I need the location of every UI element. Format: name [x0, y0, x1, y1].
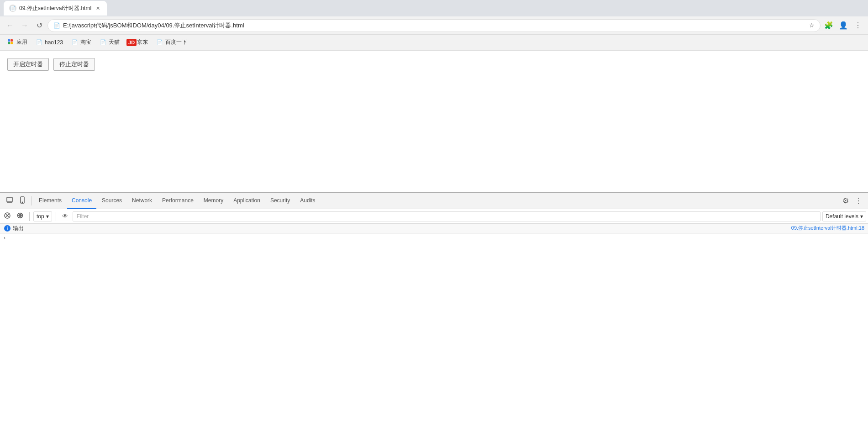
navigation-bar: ← → ↺ 📄 E:/javascript代码/jsBOM和DOM/day04/… [0, 16, 868, 35]
eye-icon: 👁 [62, 213, 68, 220]
tab-bar: 📄 09.停止setInterval计时器.html ✕ [0, 0, 868, 16]
forward-button[interactable]: → [18, 19, 31, 32]
svg-rect-1 [11, 39, 13, 42]
bookmark-jd[interactable]: JD 京东 [124, 37, 152, 48]
nav-right-buttons: 🧩 👤 ⋮ [822, 19, 864, 32]
inspect-icon [6, 196, 13, 205]
chevron-down-icon: ▾ [46, 213, 49, 220]
level-value: Default levels [826, 213, 858, 220]
profile-icon: 👤 [839, 21, 848, 30]
devtools-more-icon: ⋮ [855, 196, 862, 205]
console-toolbar-divider2 [56, 212, 56, 221]
tab-memory[interactable]: Memory [199, 193, 228, 209]
svg-rect-3 [11, 42, 13, 44]
bookmark-star-icon: ☆ [809, 22, 815, 29]
console-toolbar: top ▾ 👁 Default levels ▾ [0, 209, 868, 224]
tab-sources[interactable]: Sources [97, 193, 126, 209]
tmall-icon: 📄 [100, 39, 107, 46]
baidu-icon: 📄 [156, 39, 163, 46]
bookmark-apps-label: 应用 [16, 38, 27, 46]
tab-close-button[interactable]: ✕ [94, 5, 101, 12]
address-file-icon: 📄 [53, 22, 60, 29]
bookmark-jd-label: 京东 [137, 38, 148, 46]
hao123-icon: 📄 [36, 39, 43, 46]
console-toolbar-divider [29, 212, 30, 221]
apps-grid-icon [7, 39, 15, 46]
tab-performance[interactable]: Performance [158, 193, 198, 209]
settings-icon: ⚙ [842, 196, 849, 205]
tab-audits[interactable]: Audits [295, 193, 320, 209]
tab-network[interactable]: Network [127, 193, 157, 209]
tab-elements[interactable]: Elements [34, 193, 66, 209]
console-filter-button[interactable] [15, 211, 26, 222]
bookmark-hao123[interactable]: 📄 hao123 [32, 37, 67, 48]
extensions-button[interactable]: 🧩 [822, 19, 835, 32]
svg-rect-4 [7, 197, 12, 202]
jd-icon: JD [128, 39, 135, 46]
taobao-icon: 📄 [71, 39, 79, 46]
console-eye-button[interactable]: 👁 [60, 211, 71, 222]
tab-console[interactable]: Console [67, 193, 96, 209]
prompt-arrow-icon: › [4, 235, 5, 241]
bookmark-baidu-label: 百度一下 [165, 38, 187, 46]
back-icon: ← [6, 21, 14, 30]
context-selector[interactable]: top ▾ [33, 211, 52, 221]
forward-icon: → [21, 21, 28, 30]
reload-button[interactable]: ↺ [33, 19, 46, 32]
context-value: top [37, 213, 44, 220]
tab-security[interactable]: Security [266, 193, 295, 209]
devtools-inspect-button[interactable] [4, 195, 16, 207]
bookmark-hao123-label: hao123 [45, 39, 63, 46]
console-clear-button[interactable] [2, 211, 13, 222]
devtools-divider [31, 196, 32, 205]
address-text: E:/javascript代码/jsBOM和DOM/day04/09.停止set… [63, 21, 806, 30]
profile-button[interactable]: 👤 [837, 19, 850, 32]
info-log-icon: i [4, 225, 11, 232]
device-icon [19, 196, 26, 205]
bookmark-apps[interactable]: 应用 [4, 37, 31, 48]
tab-favicon: 📄 [9, 5, 16, 12]
tab-title: 09.停止setInterval计时器.html [19, 5, 91, 12]
log-source-link[interactable]: 09.停止setInterval计时器.html:18 [791, 225, 864, 232]
clear-icon [4, 212, 11, 220]
level-selector[interactable]: Default levels ▾ [822, 211, 866, 221]
bookmarks-bar: 应用 📄 hao123 📄 淘宝 📄 天猫 JD 京东 📄 百度一下 [0, 35, 868, 50]
svg-rect-0 [8, 39, 10, 42]
start-timer-button[interactable]: 开启定时器 [7, 58, 49, 71]
devtools-more-button[interactable]: ⋮ [852, 195, 864, 207]
devtools-settings-button[interactable]: ⚙ [840, 195, 852, 207]
bookmark-tmall-label: 天猫 [109, 38, 120, 46]
more-menu-button[interactable]: ⋮ [852, 19, 864, 32]
console-log-row: i 输出 09.停止setInterval计时器.html:18 [0, 224, 868, 234]
reload-icon: ↺ [37, 21, 42, 30]
filter-icon [17, 212, 23, 220]
stop-timer-button[interactable]: 停止定时器 [53, 58, 95, 71]
bookmark-baidu[interactable]: 📄 百度一下 [153, 37, 191, 48]
svg-point-7 [22, 202, 22, 202]
svg-rect-2 [8, 42, 10, 44]
tab-application[interactable]: Application [229, 193, 265, 209]
devtools-device-button[interactable] [16, 195, 28, 207]
devtools-toolbar-right: ⚙ ⋮ [840, 195, 864, 207]
console-prompt-row[interactable]: › [0, 234, 868, 242]
log-text: 输出 [13, 225, 791, 232]
address-bar[interactable]: 📄 E:/javascript代码/jsBOM和DOM/day04/09.停止s… [47, 19, 821, 32]
more-icon: ⋮ [854, 21, 862, 30]
browser-chrome: 📄 09.停止setInterval计时器.html ✕ ← → ↺ 📄 E:/… [0, 0, 868, 51]
bookmark-tmall[interactable]: 📄 天猫 [96, 37, 123, 48]
level-chevron-icon: ▾ [860, 213, 863, 220]
page-content: 开启定时器 停止定时器 [0, 51, 868, 192]
bookmark-taobao[interactable]: 📄 淘宝 [68, 37, 95, 48]
browser-tab[interactable]: 📄 09.停止setInterval计时器.html ✕ [4, 1, 107, 16]
console-filter-input[interactable] [73, 211, 821, 221]
extensions-icon: 🧩 [824, 21, 833, 30]
bookmark-taobao-label: 淘宝 [80, 38, 91, 46]
devtools-tab-bar: Elements Console Sources Network Perform… [0, 193, 868, 209]
devtools-panel: Elements Console Sources Network Perform… [0, 192, 868, 437]
console-output: i 输出 09.停止setInterval计时器.html:18 › [0, 224, 868, 437]
back-button[interactable]: ← [4, 19, 16, 32]
